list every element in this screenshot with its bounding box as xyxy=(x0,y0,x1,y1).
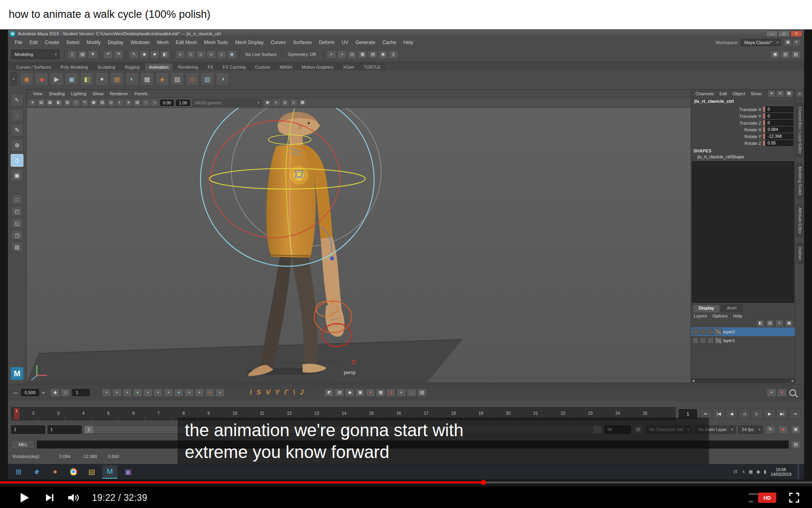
menu-item[interactable]: Display xyxy=(104,40,127,45)
menu-item[interactable]: Generate xyxy=(352,40,379,45)
menu-item[interactable]: Windows xyxy=(127,40,153,45)
shelf-tab[interactable]: Rigging xyxy=(121,63,144,71)
anim-layer-weight-field[interactable]: 0,500 xyxy=(21,389,39,396)
anim-option-icon[interactable]: • xyxy=(184,389,194,397)
channel-speed-icon[interactable]: ≡ xyxy=(776,90,784,97)
layer-name[interactable]: layer1 xyxy=(723,338,735,343)
layer-color-swatch[interactable] xyxy=(715,337,722,344)
render-view-icon[interactable]: ◐ xyxy=(327,50,336,59)
sidebar-toggle-icon[interactable]: ▥ xyxy=(781,50,790,59)
step-back-frame-button[interactable]: ◀ xyxy=(726,409,737,419)
current-time-field[interactable]: 1 xyxy=(679,409,697,419)
anim-option-icon[interactable]: • xyxy=(164,389,173,397)
shelf-icon[interactable]: ▦ xyxy=(140,72,154,86)
language-indicator[interactable]: IT xyxy=(734,470,738,474)
layer-display-type-toggle[interactable] xyxy=(707,337,714,344)
preferences-icon[interactable]: ▨ xyxy=(417,389,427,397)
layer-editor-tab[interactable]: Anim xyxy=(721,304,743,312)
shelf-icon[interactable]: ▣ xyxy=(65,72,79,86)
sidebar-tab[interactable]: Attribute Editor xyxy=(797,204,803,237)
script-editor-icon[interactable]: ▤ xyxy=(791,441,801,449)
select-tool-icon[interactable]: ↖ xyxy=(11,94,23,106)
shadows-icon[interactable]: ◐ xyxy=(272,99,280,106)
pause-viewport-icon[interactable]: || xyxy=(389,50,398,59)
shelf-icon[interactable]: ▶ xyxy=(50,72,63,86)
menu-item[interactable]: Surfaces xyxy=(289,40,315,45)
favorites-icon[interactable]: ♥ xyxy=(777,389,787,397)
tangent-clamped-icon[interactable]: J xyxy=(297,389,306,396)
step-forward-key-button[interactable]: ▶| xyxy=(776,409,788,419)
bookmark-icon[interactable]: ◧ xyxy=(55,99,63,106)
shelf-tab[interactable]: Rendering xyxy=(174,63,203,71)
next-button[interactable] xyxy=(44,493,55,503)
layer-new-icon[interactable]: + xyxy=(776,320,783,327)
menu-set-dropdown[interactable]: Modeling xyxy=(11,50,59,59)
anim-option-icon[interactable]: • xyxy=(215,389,225,397)
colorspace-dropdown[interactable]: sRGB gamma xyxy=(192,99,262,106)
viewport-menu-item[interactable]: View xyxy=(30,91,46,96)
exposure-field[interactable]: 0.00 xyxy=(160,100,174,106)
step-forward-frame-button[interactable]: ▶ xyxy=(764,409,776,419)
character-icon[interactable]: ▣ xyxy=(355,389,365,397)
layer2[interactable]: layer2 xyxy=(691,327,795,336)
ipr-render-icon[interactable]: ◎ xyxy=(347,50,357,59)
shelf-tab[interactable]: Poly Modeling xyxy=(56,63,92,71)
anim-option-icon[interactable]: • xyxy=(143,389,153,397)
panel-toggle-icon[interactable]: ▧ xyxy=(791,50,801,59)
folder-anim-icon[interactable]: ▦ xyxy=(376,389,385,397)
tray-expand-icon[interactable]: ∧ xyxy=(742,469,745,474)
progress-scrubber[interactable] xyxy=(481,480,486,485)
shelf-icon[interactable]: ▤ xyxy=(110,72,124,86)
gate-mask-icon[interactable]: ◐ xyxy=(116,99,124,106)
range-start-handle[interactable]: 1 xyxy=(84,426,94,433)
quality-hd-badge[interactable]: HD xyxy=(758,493,776,503)
volume-icon[interactable] xyxy=(67,493,80,503)
shape-node-name[interactable]: jls_rt_clavicle_ctrlShape xyxy=(691,154,795,160)
anim-option-icon[interactable]: ▪ xyxy=(195,389,204,397)
snap-surface-icon[interactable]: ∪ xyxy=(217,50,226,59)
snap-plane-icon[interactable]: ∪ xyxy=(207,50,216,59)
sidebar-tab[interactable]: Outliner xyxy=(797,243,803,264)
layer-display-type-toggle[interactable] xyxy=(707,329,714,335)
shelf-tab[interactable]: TURTLE xyxy=(359,63,385,71)
image-app-icon[interactable]: ▣ xyxy=(121,465,136,479)
snap-point-icon[interactable]: ∪ xyxy=(196,50,206,59)
layer-playback-toggle[interactable] xyxy=(700,337,706,344)
layer-empty-icon[interactable]: ▤ xyxy=(766,320,774,327)
step-back-key-button[interactable]: |◀ xyxy=(713,409,725,419)
ghosting-icon[interactable]: ◩ xyxy=(324,389,334,397)
no-live-surface-label[interactable]: No Live Surface xyxy=(242,52,280,57)
shelf-tab[interactable]: Animation xyxy=(145,63,173,71)
shelf-tab[interactable]: Custom xyxy=(251,63,274,71)
fps-dropdown[interactable]: 24 fps xyxy=(738,425,763,434)
layer-visibility-toggle[interactable] xyxy=(692,329,699,335)
key-outline-icon[interactable]: ◇ xyxy=(61,389,70,397)
undo-icon[interactable]: ↶ xyxy=(103,50,113,59)
workspace-lock-icon[interactable]: ▣ xyxy=(784,39,792,46)
lasso-tool-icon[interactable]: ◌ xyxy=(11,109,23,121)
playback-start-field[interactable]: 1 xyxy=(48,425,82,434)
character-mesh[interactable] xyxy=(249,112,345,376)
menu-item[interactable]: Edit Mesh xyxy=(172,40,200,45)
anim-start-field[interactable]: 1 xyxy=(11,425,45,434)
bookmark-anim-icon[interactable]: ▮ xyxy=(386,389,396,397)
layer-new-selected-icon[interactable]: ▣ xyxy=(785,320,793,327)
menu-item[interactable]: Mesh Tools xyxy=(201,40,232,45)
current-time-marker[interactable]: 1 xyxy=(14,408,19,419)
channel-manip-icon[interactable]: ▾ xyxy=(768,90,776,97)
channel-value-field[interactable]: 0.55 xyxy=(766,140,793,146)
shelf-icon[interactable]: ◎ xyxy=(186,72,199,86)
file-explorer-icon[interactable]: ▤ xyxy=(84,465,99,479)
viewport-menu-icon[interactable]: ▾ xyxy=(29,99,36,106)
add-key-icon[interactable]: + xyxy=(767,389,776,397)
tangent-auto-icon[interactable]: Y xyxy=(273,389,282,396)
shelf-tab[interactable]: MASH xyxy=(275,63,297,71)
snap-grid-icon[interactable]: ∪ xyxy=(176,50,185,59)
tangent-step-icon[interactable]: I xyxy=(247,389,254,396)
motion-blur-icon[interactable]: ∪ xyxy=(290,99,298,106)
shelf-tab[interactable]: Motion Graphics xyxy=(297,63,338,71)
video-progress-bar[interactable] xyxy=(0,481,812,483)
frame-field[interactable]: 1 xyxy=(72,389,90,396)
anim-option-icon[interactable]: ▪ xyxy=(153,389,163,397)
shelf-tab[interactable]: Curves / Surfaces xyxy=(12,63,55,71)
